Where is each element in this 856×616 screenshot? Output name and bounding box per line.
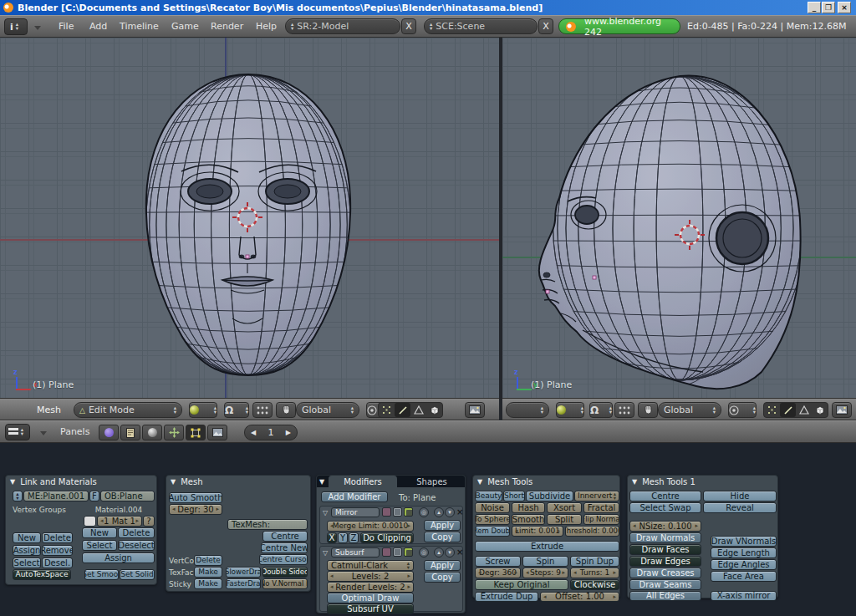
noise-button[interactable]: Noise	[475, 502, 510, 513]
manipulator-button[interactable]: Ω ▴▾	[589, 402, 613, 418]
edge-select-button[interactable]	[395, 403, 410, 417]
hide-button[interactable]: Hide	[703, 491, 777, 501]
vgroup-select-button[interactable]: Select	[13, 557, 41, 568]
vgroup-assign-button[interactable]: Assign	[13, 545, 41, 556]
optimal-draw-toggle[interactable]: Optimal Draw	[327, 593, 414, 603]
select-swap-button[interactable]: Select Swap	[629, 502, 701, 513]
render-levels-stepper[interactable]: Render Levels: 2	[327, 582, 414, 593]
limit-stepper[interactable]: Limit: 0.001	[512, 526, 563, 537]
split-button[interactable]: Split	[547, 514, 582, 525]
editing-context-button[interactable]	[186, 425, 206, 440]
editmode-toggle-icon[interactable]	[393, 507, 402, 517]
scene-selector[interactable]: ▴▾ SCE:Scene	[424, 18, 538, 34]
collapse-triangle-icon[interactable]: ▼	[319, 478, 324, 486]
window-type-button[interactable]: i ▴▾	[4, 18, 28, 35]
apply-modifier-button[interactable]: Apply	[424, 520, 461, 531]
viewport-side[interactable]: z y (1) Plane	[502, 38, 856, 398]
viewport-front[interactable]: z x (1) Plane	[0, 38, 499, 398]
material-color-swatch[interactable]	[84, 516, 96, 527]
add-modifier-button[interactable]: Add Modifier	[321, 491, 388, 502]
edge-angles-toggle[interactable]: Edge Angles	[711, 559, 777, 570]
logic-context-button[interactable]	[99, 425, 119, 440]
set-smooth-button[interactable]: Set Smoot	[84, 569, 119, 580]
collapse-menu-icon[interactable]	[34, 26, 41, 30]
clockwise-toggle[interactable]: Clockwise	[570, 579, 619, 590]
turns-stepper[interactable]: Turns: 1	[570, 568, 619, 578]
object-context-button[interactable]	[164, 425, 184, 440]
manipulator-button[interactable]: Ω ▴▾	[224, 402, 249, 418]
x-axis-mirror-toggle[interactable]: X-axis mirror	[711, 591, 777, 601]
minimize-button[interactable]: _	[808, 2, 821, 13]
orientation-selector[interactable]: Global ▴▾	[296, 402, 359, 418]
spin-button[interactable]: Spin	[522, 556, 568, 567]
panels-label[interactable]: Panels	[60, 426, 89, 437]
website-button[interactable]: www.blender.org 242	[558, 18, 680, 34]
tab-shapes[interactable]: Shapes	[400, 476, 463, 487]
move-down-button[interactable]: ▾	[445, 547, 455, 557]
beauty-toggle[interactable]: Beauty	[475, 491, 502, 501]
auto-smooth-toggle[interactable]: Auto Smooth	[169, 492, 222, 503]
all-edges-toggle[interactable]: All Edges	[629, 591, 701, 601]
manipulator-handles-button[interactable]	[614, 402, 634, 418]
draw-faces-toggle[interactable]: Draw Faces	[629, 544, 701, 555]
extrude-dup-button[interactable]: Extrude Dup	[475, 592, 538, 602]
short-toggle[interactable]: Short	[503, 491, 525, 501]
modifier-name-field[interactable]: Subsurf	[331, 547, 380, 557]
occlude-geometry-button[interactable]	[426, 403, 442, 417]
render-preview-button[interactable]	[832, 402, 852, 418]
vertex-select-button[interactable]	[764, 403, 780, 417]
scene-close-button[interactable]: X	[538, 18, 553, 34]
menu-add[interactable]: Add	[89, 21, 107, 32]
draw-vnormals-toggle[interactable]: Draw VNormals	[711, 536, 777, 547]
hash-button[interactable]: Hash	[512, 502, 545, 513]
spin-dup-button[interactable]: Spin Dup	[570, 556, 619, 567]
degr-stepper[interactable]: Degr: 360	[475, 568, 521, 578]
expand-triangle-icon[interactable]: ▽	[323, 549, 328, 557]
move-up-button[interactable]: ▴	[434, 547, 444, 557]
material-delete-button[interactable]: Delete	[118, 527, 155, 538]
frame-next-icon[interactable]: ▶	[286, 429, 291, 436]
keep-original-toggle[interactable]: Keep Original	[475, 579, 568, 590]
centre-cursor-button[interactable]: Centre Cursor	[259, 554, 308, 565]
subsurf-uv-toggle[interactable]: Subsurf UV	[327, 603, 414, 614]
manipulator-handles-button[interactable]	[252, 402, 273, 418]
move-down-button[interactable]: ▾	[445, 507, 455, 517]
mesh-browse-button[interactable]: ▴▾	[13, 491, 23, 501]
tab-modifiers[interactable]: Modifiers	[329, 476, 397, 487]
material-deselect-button[interactable]: Deselect	[118, 540, 155, 551]
threshold-stepper[interactable]: Threshold: 0.000	[565, 526, 619, 537]
material-assign-button[interactable]: Assign	[82, 552, 155, 563]
mesh-menu[interactable]: Mesh	[37, 405, 61, 415]
double-sided-toggle[interactable]: Double Sided	[262, 567, 308, 578]
extrude-button[interactable]: Extrude	[475, 541, 619, 552]
render-toggle-icon[interactable]	[382, 507, 391, 517]
draw-type-button[interactable]: ▴▾	[556, 402, 584, 418]
expand-triangle-icon[interactable]: ▽	[323, 509, 328, 517]
material-help-button[interactable]: ?	[143, 516, 155, 527]
window-type-button[interactable]: ▴▾	[5, 424, 30, 440]
face-select-button[interactable]	[796, 403, 812, 417]
levels-stepper[interactable]: Levels: 2	[327, 571, 414, 582]
menu-game[interactable]: Game	[171, 21, 199, 32]
copy-modifier-button[interactable]: Copy	[424, 572, 461, 583]
innervert-menu[interactable]: Innervert▴▾	[574, 491, 619, 501]
copy-modifier-button[interactable]: Copy	[424, 532, 461, 542]
subdivide-button[interactable]: Subdivide	[526, 491, 573, 501]
vgroup-delete-button[interactable]: Delete	[42, 532, 73, 543]
editmode-toggle-icon[interactable]	[393, 547, 402, 557]
modifier-circle-icon[interactable]: ◎	[419, 507, 429, 517]
draw-creases-toggle[interactable]: Draw Creases	[629, 568, 701, 578]
frame-stepper[interactable]: ◀ 1 ▶	[244, 425, 298, 440]
centre-button[interactable]: Centre	[262, 531, 308, 542]
move-up-button[interactable]: ▴	[434, 507, 444, 517]
modifier-name-field[interactable]: Mirror	[331, 507, 380, 517]
mesh-name-field[interactable]: ME:Plane.001	[23, 491, 89, 501]
rem-doubles-button[interactable]: Rem Doubl	[475, 526, 510, 537]
degr-stepper[interactable]: Degr: 30	[169, 504, 222, 515]
mirror-z-toggle[interactable]: Z	[349, 532, 359, 543]
collapse-triangle-icon[interactable]: ▼	[171, 478, 176, 486]
menu-file[interactable]: File	[59, 21, 74, 32]
render-toggle-icon[interactable]	[382, 547, 391, 557]
centre-button[interactable]: Centre	[629, 491, 701, 501]
delete-modifier-icon[interactable]: ×	[456, 507, 463, 517]
